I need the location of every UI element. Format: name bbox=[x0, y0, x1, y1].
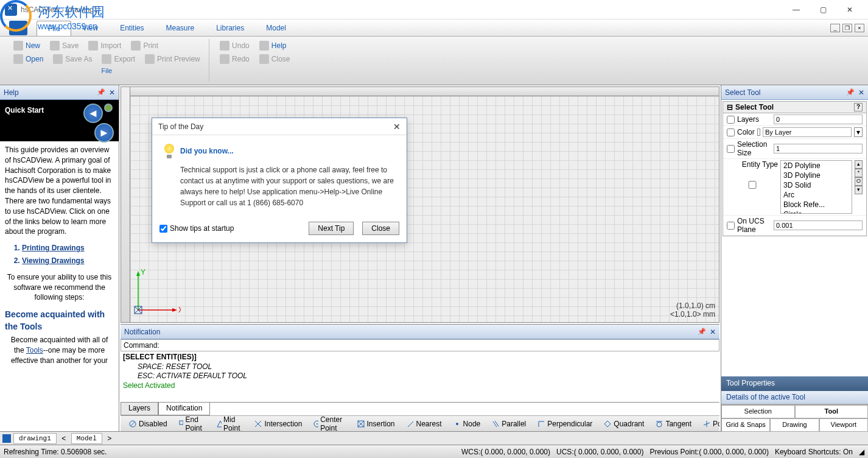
saveas-button[interactable]: Save As bbox=[51, 52, 94, 66]
notif-close[interactable]: ✕ bbox=[710, 328, 716, 336]
scroll-up-button[interactable]: ▴ bbox=[855, 160, 863, 169]
tip-titlebar[interactable]: Tip of the Day ✕ bbox=[152, 118, 407, 135]
snap-parallel[interactable]: Parallel bbox=[487, 418, 530, 430]
doc-prev-button[interactable]: < bbox=[59, 434, 69, 443]
save-button[interactable]: Save bbox=[47, 39, 81, 52]
list-item[interactable]: 3D Solid bbox=[781, 180, 852, 190]
tab-selection[interactable]: Selection bbox=[721, 405, 795, 418]
snap-midpoint[interactable]: Mid Point bbox=[212, 415, 247, 431]
select-pin-icon[interactable]: 📌 bbox=[846, 88, 855, 96]
side-star-button[interactable]: * bbox=[855, 169, 863, 177]
menu-entities[interactable]: Entities bbox=[109, 19, 155, 36]
tab-notification[interactable]: Notification bbox=[158, 403, 210, 415]
doc-next-button[interactable]: > bbox=[105, 434, 114, 443]
app-logo bbox=[0, 19, 37, 36]
nav-home-button[interactable] bbox=[104, 104, 113, 112]
list-item[interactable]: Arc bbox=[781, 190, 852, 200]
show-tips-input[interactable] bbox=[159, 225, 167, 233]
redo-button[interactable]: Redo bbox=[217, 52, 252, 66]
ucs-checkbox[interactable] bbox=[727, 222, 735, 230]
undo-button[interactable]: Undo bbox=[217, 39, 252, 52]
entity-checkbox[interactable] bbox=[727, 181, 778, 189]
help-q-button[interactable]: ? bbox=[854, 103, 863, 111]
menu-view[interactable]: View bbox=[71, 19, 109, 36]
tab-tool[interactable]: Tool bbox=[795, 405, 869, 418]
pin-icon[interactable]: 📌 bbox=[97, 88, 105, 96]
tip-body-text: Technical support is just a click or a p… bbox=[180, 164, 396, 208]
snap-quadrant[interactable]: Quadrant bbox=[599, 418, 648, 430]
open-button[interactable]: Open bbox=[11, 52, 46, 66]
entity-type-list[interactable]: 2D Polyline 3D Polyline 3D Solid Arc Blo… bbox=[780, 160, 852, 214]
tip-close-x[interactable]: ✕ bbox=[393, 122, 401, 132]
help-close[interactable]: ✕ bbox=[109, 88, 115, 97]
status-prev: Previous Point:( 0.000, 0.000, 0.000) bbox=[649, 448, 768, 456]
link-viewing[interactable]: Viewing Drawings bbox=[22, 256, 84, 265]
color-checkbox[interactable] bbox=[727, 129, 735, 136]
snap-perpendicular[interactable]: Perpendicular bbox=[533, 418, 597, 430]
endpoint-icon bbox=[178, 420, 184, 428]
link-tools[interactable]: Tools bbox=[26, 346, 43, 354]
mdi-close[interactable]: × bbox=[855, 24, 864, 32]
ucs-input[interactable] bbox=[774, 220, 863, 230]
snap-node[interactable]: Node bbox=[449, 418, 485, 430]
close-button[interactable]: ✕ bbox=[836, 1, 863, 19]
next-tip-button[interactable]: Next Tip bbox=[309, 222, 354, 235]
preview-button[interactable]: Print Preview bbox=[142, 52, 203, 66]
snap-intersection[interactable]: Intersection bbox=[250, 418, 306, 430]
print-button[interactable]: Print bbox=[128, 39, 161, 52]
selsize-checkbox[interactable] bbox=[727, 145, 735, 153]
tip-close-button[interactable]: Close bbox=[362, 222, 399, 235]
import-button[interactable]: Import bbox=[86, 39, 124, 52]
mdi-restore[interactable]: ❐ bbox=[842, 24, 852, 32]
nav-forward-button[interactable]: ► bbox=[94, 123, 114, 143]
midpoint-icon bbox=[216, 420, 222, 428]
list-item[interactable]: 3D Polyline bbox=[781, 171, 852, 180]
doc-tab-drawing1[interactable]: drawing1 bbox=[13, 433, 57, 444]
select-close[interactable]: ✕ bbox=[858, 88, 864, 97]
snap-tangent[interactable]: Tangent bbox=[651, 418, 696, 430]
tab-layers[interactable]: Layers bbox=[121, 403, 158, 415]
selsize-input[interactable] bbox=[774, 144, 863, 153]
mdi-minimize[interactable]: _ bbox=[830, 24, 840, 32]
help-button[interactable]: Help bbox=[257, 39, 289, 52]
tab-grid-snaps[interactable]: Grid & Snaps bbox=[721, 418, 770, 432]
color-input[interactable] bbox=[763, 127, 852, 137]
snap-disabled[interactable]: Disabled bbox=[124, 418, 172, 430]
side-o-button[interactable]: O bbox=[855, 177, 863, 186]
new-button[interactable]: New bbox=[11, 39, 43, 52]
command-input[interactable] bbox=[159, 341, 716, 350]
tab-drawing[interactable]: Drawing bbox=[770, 418, 819, 432]
list-item[interactable]: Circle bbox=[781, 210, 852, 214]
notif-pin-icon[interactable]: 📌 bbox=[698, 328, 706, 336]
scroll-down-button[interactable]: ▾ bbox=[855, 186, 863, 194]
maximize-button[interactable]: ▢ bbox=[810, 1, 836, 19]
center-icon bbox=[313, 420, 318, 428]
snap-insertion[interactable]: Insertion bbox=[352, 418, 399, 430]
snap-center[interactable]: Center Point bbox=[309, 415, 349, 431]
nav-back-button[interactable]: ◄ bbox=[83, 104, 103, 123]
list-item[interactable]: 2D Polyline bbox=[781, 161, 852, 171]
snap-nearest[interactable]: Nearest bbox=[402, 418, 446, 430]
color-dropdown-button[interactable]: ▾ bbox=[854, 127, 863, 137]
layers-checkbox[interactable] bbox=[727, 116, 735, 124]
layers-input[interactable] bbox=[774, 114, 863, 124]
drawing-canvas[interactable]: Y X (1.0,1.0) cm <1.0,1.0> mm Tip of the… bbox=[121, 86, 719, 323]
tab-viewport[interactable]: Viewport bbox=[819, 418, 868, 432]
menu-measure[interactable]: Measure bbox=[155, 19, 206, 36]
parallel-icon bbox=[491, 420, 500, 428]
collapse-button[interactable]: ⊟ bbox=[727, 103, 733, 111]
snap-endpoint[interactable]: End Point bbox=[174, 415, 209, 431]
menu-libraries[interactable]: Libraries bbox=[205, 19, 255, 36]
resize-grip-icon[interactable]: ◢ bbox=[859, 448, 864, 456]
export-button[interactable]: Export bbox=[99, 52, 138, 66]
close-doc-button[interactable]: Close bbox=[257, 52, 293, 66]
link-printing[interactable]: Printing Drawings bbox=[22, 244, 85, 252]
menu-model[interactable]: Model bbox=[255, 19, 297, 36]
snap-polar[interactable]: Polar bbox=[698, 418, 719, 430]
list-item[interactable]: Block Refe... bbox=[781, 200, 852, 210]
doc-tab-model[interactable]: Model bbox=[71, 433, 102, 444]
minimize-button[interactable]: — bbox=[783, 1, 810, 19]
svg-line-20 bbox=[408, 421, 413, 427]
menu-file[interactable]: File bbox=[37, 21, 71, 36]
show-tips-checkbox[interactable]: Show tips at startup bbox=[159, 224, 234, 233]
